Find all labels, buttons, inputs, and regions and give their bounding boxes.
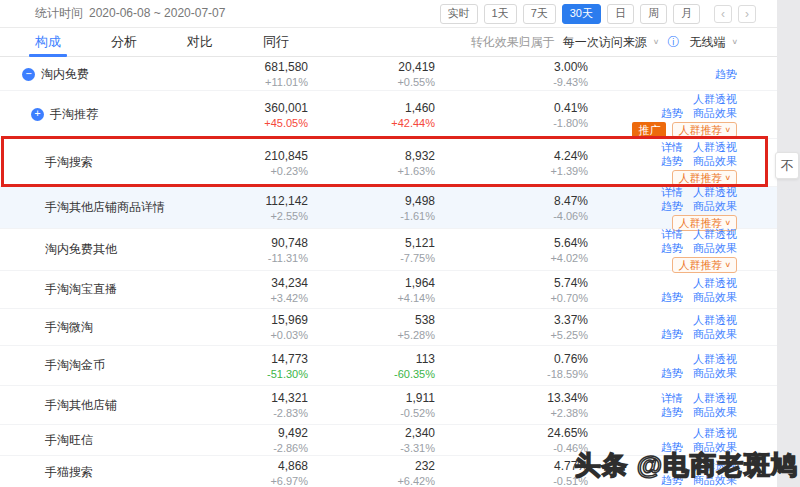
metric-change: +45.05% xyxy=(200,117,308,129)
chevron-down-icon[interactable]: ∨ xyxy=(653,38,660,46)
attribution-select[interactable]: 每一次访问来源 xyxy=(563,34,647,51)
audience-insight-link[interactable]: 人群透视 xyxy=(693,228,737,240)
range-month-button[interactable]: 月 xyxy=(673,4,700,24)
scroll-gutter[interactable] xyxy=(777,0,800,487)
metric-value: 1,964 xyxy=(308,276,435,290)
tab-compare[interactable]: 对比 xyxy=(187,28,213,57)
tab-composition[interactable]: 构成 xyxy=(35,28,61,57)
table-row: 手淘其他店铺商品详情112,142+2.55%9,498-1.61%8.47%-… xyxy=(0,187,777,229)
product-effect-link[interactable]: 商品效果 xyxy=(693,441,737,453)
audience-insight-link[interactable]: 人群透视 xyxy=(693,314,737,326)
product-effect-link[interactable]: 商品效果 xyxy=(693,328,737,340)
attribution-label: 转化效果归属于 xyxy=(471,34,555,51)
trend-link[interactable]: 趋势 xyxy=(661,441,683,453)
audience-insight-link[interactable]: 人群透视 xyxy=(693,427,737,439)
trend-link[interactable]: 趋势 xyxy=(661,406,683,418)
expand-icon[interactable]: + xyxy=(31,108,44,121)
table-row: 淘内免费其他90,748-11.31%5,121-7.75%5.64%+4.02… xyxy=(0,229,777,271)
prev-page-button[interactable]: ‹ xyxy=(714,5,732,23)
range-7day-button[interactable]: 7天 xyxy=(523,4,556,24)
traffic-source-table: −淘内免费681,580+11.01%20,419+0.55%3.00%-9.4… xyxy=(0,58,777,487)
metric-change: -0.51% xyxy=(435,475,588,487)
collapse-icon[interactable]: − xyxy=(22,68,35,81)
audience-recommend-button[interactable]: 人群推荐∨ xyxy=(672,257,737,273)
filter-bar: 转化效果归属于 每一次访问来源 ∨ ⓘ 无线端 ∨ xyxy=(471,34,740,51)
metric-value: 232 xyxy=(308,459,435,473)
audience-insight-link[interactable]: 人群透视 xyxy=(693,141,737,153)
audience-insight-link[interactable]: 人群透视 xyxy=(693,392,737,404)
product-effect-link[interactable]: 商品效果 xyxy=(693,200,737,212)
tab-peers[interactable]: 同行 xyxy=(263,28,289,57)
metric-change: +1.39% xyxy=(435,165,588,177)
metric-change: -0.52% xyxy=(308,407,435,419)
trend-link[interactable]: 趋势 xyxy=(661,155,683,167)
table-row: 手淘其他店铺14,321-2.83%1,911-0.52%13.34%+2.38… xyxy=(0,386,777,425)
metric-change: +6.42% xyxy=(308,475,435,487)
date-range: 2020-06-08 ~ 2020-07-07 xyxy=(89,6,225,20)
metric-change: -4.06% xyxy=(435,210,588,222)
audience-insight-link[interactable]: 人群透视 xyxy=(693,353,737,365)
range-1day-button[interactable]: 1天 xyxy=(484,4,517,24)
metric-value: 24.65% xyxy=(435,426,588,440)
info-icon[interactable]: ⓘ xyxy=(667,34,679,51)
row-label: 淘内免费其他 xyxy=(45,241,117,258)
product-effect-link[interactable]: 商品效果 xyxy=(693,474,737,486)
product-effect-link[interactable]: 商品效果 xyxy=(693,242,737,254)
product-effect-link[interactable]: 商品效果 xyxy=(693,367,737,379)
range-30day-button[interactable]: 30天 xyxy=(562,4,601,24)
audience-insight-link[interactable]: 人群透视 xyxy=(693,460,737,472)
metric-change: -11.31% xyxy=(200,252,308,264)
metric-value: 5.64% xyxy=(435,236,588,250)
trend-link[interactable]: 趋势 xyxy=(661,328,683,340)
trend-link[interactable]: 趋势 xyxy=(661,242,683,254)
table-row: 手淘搜索210,845+0.23%8,932+1.63%4.24%+1.39%详… xyxy=(0,139,777,187)
tab-analysis[interactable]: 分析 xyxy=(111,28,137,57)
product-effect-link[interactable]: 商品效果 xyxy=(693,291,737,303)
metric-value: 14,773 xyxy=(200,352,308,366)
range-week-button[interactable]: 周 xyxy=(640,4,667,24)
metric-change: +4.02% xyxy=(435,252,588,264)
audience-recommend-button[interactable]: 人群推荐∨ xyxy=(672,170,737,186)
details-link[interactable]: 详情 xyxy=(661,141,683,153)
audience-recommend-label: 人群推荐 xyxy=(678,171,722,185)
audience-insight-link[interactable]: 人群透视 xyxy=(693,277,737,289)
chevron-down-icon[interactable]: ∨ xyxy=(731,38,738,46)
audience-recommend-label: 人群推荐 xyxy=(678,258,722,272)
metric-value: 15,969 xyxy=(200,313,308,327)
metric-value: 9,498 xyxy=(308,194,435,208)
audience-recommend-button[interactable]: 人群推荐∨ xyxy=(672,122,737,138)
product-effect-link[interactable]: 商品效果 xyxy=(693,406,737,418)
metric-value: 681,580 xyxy=(200,60,308,74)
metric-change: -18.59% xyxy=(435,368,588,380)
details-link[interactable]: 详情 xyxy=(661,392,683,404)
row-label: 手淘旺信 xyxy=(45,432,93,449)
details-link[interactable]: 详情 xyxy=(661,228,683,240)
metric-value: 20,419 xyxy=(308,60,435,74)
promote-button[interactable]: 推广 xyxy=(632,122,666,138)
table-row: +手淘推荐360,001+45.05%1,460+42.44%0.41%-1.8… xyxy=(0,91,777,139)
back-to-top-button[interactable]: 不 xyxy=(775,152,799,179)
range-day-button[interactable]: 日 xyxy=(607,4,634,24)
terminal-select[interactable]: 无线端 xyxy=(689,34,725,51)
product-effect-link[interactable]: 商品效果 xyxy=(693,155,737,167)
range-realtime-button[interactable]: 实时 xyxy=(440,4,478,24)
metric-change: +42.44% xyxy=(308,117,435,129)
metric-value: 5,121 xyxy=(308,236,435,250)
range-button-group: 实时1天7天30天日周月 ‹ › xyxy=(440,4,757,24)
audience-insight-link[interactable]: 人群透视 xyxy=(693,93,737,105)
details-link[interactable]: 详情 xyxy=(661,186,683,198)
table-row: 手淘旺信9,492-2.86%2,340-3.31%24.65%-0.46%人群… xyxy=(0,425,777,456)
trend-link[interactable]: 趋势 xyxy=(661,200,683,212)
product-effect-link[interactable]: 商品效果 xyxy=(693,107,737,119)
metric-change: -0.46% xyxy=(435,442,588,454)
trend-link[interactable]: 趋势 xyxy=(661,474,683,486)
trend-link[interactable]: 趋势 xyxy=(661,291,683,303)
trend-link[interactable]: 趋势 xyxy=(661,367,683,379)
trend-link[interactable]: 趋势 xyxy=(661,107,683,119)
table-row: 手淘微淘15,969+0.03%538+5.28%3.37%+5.25%人群透视… xyxy=(0,309,777,346)
metric-value: 1,911 xyxy=(308,391,435,405)
audience-insight-link[interactable]: 人群透视 xyxy=(693,186,737,198)
next-page-button[interactable]: › xyxy=(738,5,756,23)
metric-value: 8.47% xyxy=(435,194,588,208)
trend-link[interactable]: 趋势 xyxy=(715,68,737,80)
